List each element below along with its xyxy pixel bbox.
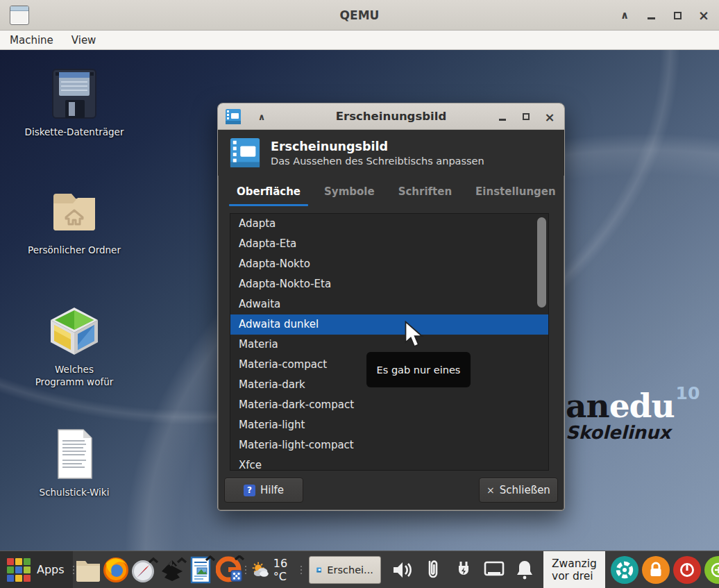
gcompris-launcher[interactable] (216, 551, 245, 588)
dialog-tabs: Oberfläche Symbole Schriften Einstellung… (218, 176, 564, 208)
desktop-icon-label: Schulstick-Wiki (40, 487, 110, 499)
display-icon[interactable] (482, 556, 506, 584)
compass-icon (130, 556, 159, 584)
power-manager-icon[interactable] (452, 556, 475, 584)
firefox-icon (102, 556, 130, 584)
host-titlebar: QEMU ∧ × (0, 0, 719, 31)
host-close-button[interactable]: × (695, 7, 712, 24)
theme-list[interactable]: Adapta Adapta-Eta Adapta-Nokto Adapta-No… (230, 213, 549, 471)
lock-icon (648, 562, 663, 578)
theme-row[interactable]: Xfce (230, 455, 548, 471)
appearance-header-icon (229, 137, 261, 169)
theme-row[interactable]: Materia-light (230, 415, 548, 435)
qemu-app-icon (10, 6, 29, 25)
tab-symbole[interactable]: Symbole (312, 176, 387, 208)
lock-screen-button[interactable] (642, 556, 670, 584)
apps-label: Apps (37, 563, 65, 576)
fuzzy-clock[interactable]: Zwanzig vor drei (543, 551, 605, 588)
inkscape-icon (159, 556, 188, 584)
panel-handle[interactable] (301, 557, 302, 582)
home-folder-icon (46, 183, 103, 240)
web-browser-launcher[interactable] (130, 551, 159, 588)
taskbar: Apps (0, 551, 719, 588)
scrollbar-thumb[interactable] (537, 217, 546, 308)
qemu-window: QEMU ∧ × Machine View (0, 0, 719, 588)
weather-icon (252, 558, 269, 582)
volume-icon[interactable] (391, 556, 414, 584)
dialog-titlebar[interactable]: ∧ Erscheinungsbild × (218, 103, 564, 130)
host-shade-button[interactable]: ∧ (616, 7, 633, 24)
appearance-dialog: ∧ Erscheinungsbild × Erscheinungsbi (217, 103, 565, 511)
desktop-icon-package[interactable]: Welches Programm wofür (22, 303, 126, 388)
power-icon (679, 562, 695, 578)
theme-row[interactable]: Materia-dark-compact (230, 395, 548, 415)
floppy-icon (46, 65, 103, 122)
vm-desktop: Diskette-Datenträger Persönlicher Ordner (0, 50, 719, 588)
tab-einstellungen[interactable]: Einstellungen (464, 176, 568, 208)
tab-schriften[interactable]: Schriften (387, 176, 464, 208)
clipboard-paperclip-icon[interactable] (421, 556, 445, 584)
menu-view[interactable]: View (71, 34, 96, 47)
dialog-header-subtitle: Das Aussehen des Schreibtischs anpassen (271, 156, 484, 167)
dialog-maximize-button[interactable] (518, 109, 534, 124)
theme-row-selected[interactable]: Adwaita dunkel (230, 314, 548, 335)
theme-row[interactable]: Materia-light-compact (230, 435, 548, 455)
gcompris-icon (216, 555, 245, 585)
apps-menu-button[interactable]: Apps (0, 551, 73, 588)
host-minimize-button[interactable] (643, 7, 659, 24)
inkscape-launcher[interactable] (159, 551, 188, 588)
dialog-header-title: Erscheinungsbild (271, 140, 484, 153)
screenshot-button[interactable] (611, 556, 638, 584)
help-button[interactable]: ? Hilfe (224, 478, 303, 503)
theme-row[interactable]: Adwaita (230, 294, 548, 314)
shutdown-button[interactable] (673, 556, 701, 584)
libreoffice-launcher[interactable] (188, 551, 216, 588)
tab-oberflaeche[interactable]: Oberfläche (225, 176, 312, 208)
theme-row[interactable]: Adapta-Nokto (230, 254, 548, 274)
system-tray (391, 556, 536, 584)
desktop-icon-floppy[interactable]: Diskette-Datenträger (22, 65, 126, 139)
apps-grid-icon (7, 558, 31, 582)
host-maximize-button[interactable] (669, 7, 686, 24)
dialog-header: Erscheinungsbild Das Aussehen des Schrei… (218, 130, 564, 176)
folder-icon (74, 557, 102, 582)
dialog-footer: ? Hilfe × Schließen (218, 478, 564, 503)
close-x-icon: × (487, 485, 495, 496)
weather-widget[interactable]: 16 °C (246, 557, 301, 583)
desktop-icon-document[interactable]: Schulstick-Wiki (22, 426, 126, 499)
desktop-icon-label: Welches Programm wofür (31, 364, 117, 388)
desktop-icon-home-folder[interactable]: Persönlicher Ordner (22, 183, 126, 257)
debian-edu-watermark: anedu10 Skolelinux (566, 385, 704, 442)
notifications-bell-icon[interactable] (513, 556, 536, 584)
menu-machine[interactable]: Machine (10, 34, 53, 47)
appearance-app-icon (225, 108, 242, 128)
desktop-icon-label: Persönlicher Ordner (28, 244, 121, 257)
close-dialog-button[interactable]: × Schließen (479, 478, 558, 503)
host-menubar: Machine View (0, 31, 719, 50)
dialog-minimize-button[interactable] (495, 109, 510, 124)
theme-row[interactable]: Adapta-Eta (230, 234, 548, 254)
appearance-mini-icon (316, 563, 321, 577)
desktop-icon-label: Diskette-Datenträger (25, 126, 124, 139)
help-icon: ? (244, 485, 255, 496)
theme-row[interactable]: Adapta (230, 214, 548, 234)
document-icon (46, 426, 103, 482)
firefox-launcher[interactable] (102, 551, 130, 588)
file-manager-launcher[interactable] (74, 551, 102, 588)
package-icon (46, 303, 103, 360)
theme-row[interactable]: Adapta-Nokto-Eta (230, 274, 548, 294)
weather-temp: 16 °C (273, 557, 295, 583)
dialog-close-button[interactable]: × (542, 109, 557, 124)
tooltip: Es gab nur eines (366, 352, 471, 387)
arrow-right-icon (710, 562, 719, 578)
taskbar-window-button[interactable]: Erschei... (309, 556, 381, 584)
writer-document-icon (188, 555, 216, 585)
dialog-shade-button[interactable]: ∧ (254, 109, 269, 124)
host-window-title: QEMU (0, 8, 719, 22)
list-scrollbar[interactable] (536, 215, 547, 469)
aperture-icon (616, 561, 634, 579)
logout-button[interactable] (704, 556, 719, 584)
session-actions (611, 556, 719, 584)
